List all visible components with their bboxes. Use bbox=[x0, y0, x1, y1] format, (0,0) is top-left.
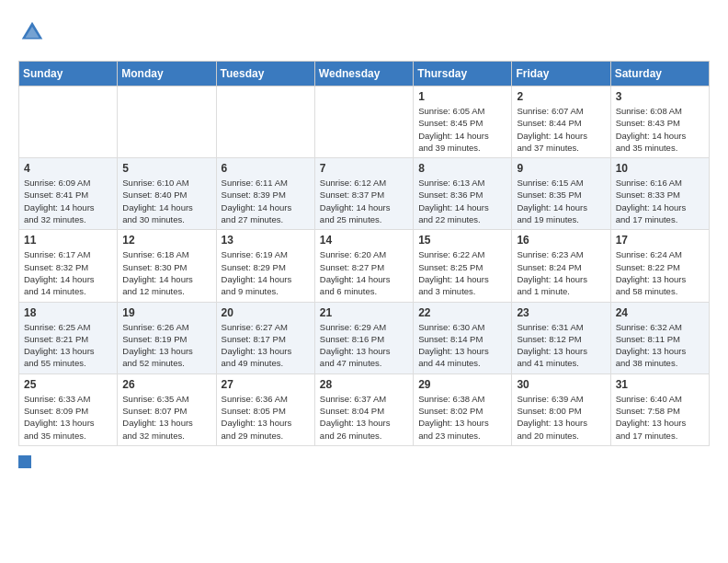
logo-icon bbox=[18, 18, 46, 46]
calendar-table: SundayMondayTuesdayWednesdayThursdayFrid… bbox=[18, 61, 710, 446]
calendar-cell: 21Sunrise: 6:29 AM Sunset: 8:16 PM Dayli… bbox=[314, 302, 413, 373]
logo bbox=[18, 18, 50, 46]
day-number: 26 bbox=[122, 378, 210, 391]
day-info: Sunrise: 6:38 AM Sunset: 8:02 PM Dayligh… bbox=[418, 393, 506, 442]
calendar-cell: 8Sunrise: 6:13 AM Sunset: 8:36 PM Daylig… bbox=[414, 158, 512, 230]
day-info: Sunrise: 6:16 AM Sunset: 8:33 PM Dayligh… bbox=[616, 177, 704, 225]
day-number: 20 bbox=[222, 306, 310, 319]
footer bbox=[18, 455, 710, 468]
day-number: 27 bbox=[222, 378, 310, 391]
day-number: 28 bbox=[320, 378, 408, 391]
day-info: Sunrise: 6:36 AM Sunset: 8:05 PM Dayligh… bbox=[222, 393, 310, 442]
calendar-day-header: Thursday bbox=[414, 62, 512, 86]
day-number: 19 bbox=[122, 306, 210, 319]
calendar-cell: 31Sunrise: 6:40 AM Sunset: 7:58 PM Dayli… bbox=[610, 373, 709, 445]
day-info: Sunrise: 6:07 AM Sunset: 8:44 PM Dayligh… bbox=[517, 105, 605, 154]
calendar-cell: 28Sunrise: 6:37 AM Sunset: 8:04 PM Dayli… bbox=[314, 373, 413, 445]
calendar-week-row: 4Sunrise: 6:09 AM Sunset: 8:41 PM Daylig… bbox=[19, 158, 710, 230]
day-info: Sunrise: 6:10 AM Sunset: 8:40 PM Dayligh… bbox=[122, 177, 210, 225]
calendar-cell: 4Sunrise: 6:09 AM Sunset: 8:41 PM Daylig… bbox=[19, 158, 118, 230]
day-number: 30 bbox=[517, 378, 605, 391]
day-number: 10 bbox=[616, 162, 704, 175]
calendar-cell: 22Sunrise: 6:30 AM Sunset: 8:14 PM Dayli… bbox=[414, 302, 512, 373]
calendar-cell: 12Sunrise: 6:18 AM Sunset: 8:30 PM Dayli… bbox=[118, 230, 216, 302]
calendar-cell: 10Sunrise: 6:16 AM Sunset: 8:33 PM Dayli… bbox=[610, 158, 709, 230]
day-number: 14 bbox=[320, 234, 408, 247]
day-info: Sunrise: 6:25 AM Sunset: 8:21 PM Dayligh… bbox=[24, 321, 112, 370]
day-number: 23 bbox=[517, 306, 605, 319]
day-number: 8 bbox=[418, 162, 506, 175]
calendar-cell: 5Sunrise: 6:10 AM Sunset: 8:40 PM Daylig… bbox=[118, 158, 216, 230]
day-number: 12 bbox=[122, 234, 210, 247]
day-info: Sunrise: 6:35 AM Sunset: 8:07 PM Dayligh… bbox=[122, 393, 210, 442]
calendar-cell: 11Sunrise: 6:17 AM Sunset: 8:32 PM Dayli… bbox=[19, 230, 118, 302]
calendar-header: SundayMondayTuesdayWednesdayThursdayFrid… bbox=[19, 62, 710, 86]
calendar-cell: 17Sunrise: 6:24 AM Sunset: 8:22 PM Dayli… bbox=[610, 230, 709, 302]
day-number: 5 bbox=[122, 162, 210, 175]
day-info: Sunrise: 6:39 AM Sunset: 8:00 PM Dayligh… bbox=[517, 393, 605, 442]
day-info: Sunrise: 6:24 AM Sunset: 8:22 PM Dayligh… bbox=[616, 248, 704, 297]
day-info: Sunrise: 6:13 AM Sunset: 8:36 PM Dayligh… bbox=[418, 177, 506, 225]
calendar-cell: 23Sunrise: 6:31 AM Sunset: 8:12 PM Dayli… bbox=[512, 302, 610, 373]
day-info: Sunrise: 6:33 AM Sunset: 8:09 PM Dayligh… bbox=[24, 393, 112, 442]
day-number: 17 bbox=[616, 234, 704, 247]
day-info: Sunrise: 6:09 AM Sunset: 8:41 PM Dayligh… bbox=[24, 177, 112, 225]
day-number: 21 bbox=[320, 306, 408, 319]
calendar-cell: 16Sunrise: 6:23 AM Sunset: 8:24 PM Dayli… bbox=[512, 230, 610, 302]
calendar-cell: 19Sunrise: 6:26 AM Sunset: 8:19 PM Dayli… bbox=[118, 302, 216, 373]
day-info: Sunrise: 6:22 AM Sunset: 8:25 PM Dayligh… bbox=[418, 248, 506, 297]
day-info: Sunrise: 6:11 AM Sunset: 8:39 PM Dayligh… bbox=[222, 177, 310, 225]
day-number: 16 bbox=[517, 234, 605, 247]
calendar-cell: 14Sunrise: 6:20 AM Sunset: 8:27 PM Dayli… bbox=[314, 230, 413, 302]
day-info: Sunrise: 6:29 AM Sunset: 8:16 PM Dayligh… bbox=[320, 321, 408, 370]
calendar-day-header: Wednesday bbox=[314, 62, 413, 86]
calendar-cell: 27Sunrise: 6:36 AM Sunset: 8:05 PM Dayli… bbox=[216, 373, 314, 445]
legend-box bbox=[18, 455, 31, 468]
day-info: Sunrise: 6:23 AM Sunset: 8:24 PM Dayligh… bbox=[517, 248, 605, 297]
day-number: 15 bbox=[418, 234, 506, 247]
day-info: Sunrise: 6:05 AM Sunset: 8:45 PM Dayligh… bbox=[418, 105, 506, 154]
day-info: Sunrise: 6:26 AM Sunset: 8:19 PM Dayligh… bbox=[122, 321, 210, 370]
calendar-cell: 26Sunrise: 6:35 AM Sunset: 8:07 PM Dayli… bbox=[118, 373, 216, 445]
day-info: Sunrise: 6:18 AM Sunset: 8:30 PM Dayligh… bbox=[122, 248, 210, 297]
calendar-cell bbox=[118, 86, 216, 158]
calendar-cell bbox=[19, 86, 118, 158]
day-number: 1 bbox=[418, 90, 506, 103]
calendar-cell: 18Sunrise: 6:25 AM Sunset: 8:21 PM Dayli… bbox=[19, 302, 118, 373]
day-number: 3 bbox=[616, 90, 704, 103]
day-number: 4 bbox=[24, 162, 112, 175]
day-number: 29 bbox=[418, 378, 506, 391]
day-info: Sunrise: 6:30 AM Sunset: 8:14 PM Dayligh… bbox=[418, 321, 506, 370]
day-number: 6 bbox=[222, 162, 310, 175]
day-number: 9 bbox=[517, 162, 605, 175]
day-info: Sunrise: 6:27 AM Sunset: 8:17 PM Dayligh… bbox=[222, 321, 310, 370]
day-info: Sunrise: 6:19 AM Sunset: 8:29 PM Dayligh… bbox=[222, 248, 310, 297]
calendar-body: 1Sunrise: 6:05 AM Sunset: 8:45 PM Daylig… bbox=[19, 86, 710, 446]
day-number: 2 bbox=[517, 90, 605, 103]
day-number: 25 bbox=[24, 378, 112, 391]
calendar-day-header: Saturday bbox=[610, 62, 709, 86]
day-number: 24 bbox=[616, 306, 704, 319]
day-info: Sunrise: 6:08 AM Sunset: 8:43 PM Dayligh… bbox=[616, 105, 704, 154]
day-info: Sunrise: 6:40 AM Sunset: 7:58 PM Dayligh… bbox=[616, 393, 704, 442]
calendar-day-header: Monday bbox=[118, 62, 216, 86]
calendar-week-row: 18Sunrise: 6:25 AM Sunset: 8:21 PM Dayli… bbox=[19, 302, 710, 373]
calendar-cell: 7Sunrise: 6:12 AM Sunset: 8:37 PM Daylig… bbox=[314, 158, 413, 230]
day-number: 7 bbox=[320, 162, 408, 175]
calendar-cell bbox=[314, 86, 413, 158]
day-info: Sunrise: 6:37 AM Sunset: 8:04 PM Dayligh… bbox=[320, 393, 408, 442]
calendar-day-header: Sunday bbox=[19, 62, 118, 86]
day-number: 18 bbox=[24, 306, 112, 319]
calendar-cell: 24Sunrise: 6:32 AM Sunset: 8:11 PM Dayli… bbox=[610, 302, 709, 373]
day-info: Sunrise: 6:17 AM Sunset: 8:32 PM Dayligh… bbox=[24, 248, 112, 297]
day-number: 11 bbox=[24, 234, 112, 247]
calendar-week-row: 1Sunrise: 6:05 AM Sunset: 8:45 PM Daylig… bbox=[19, 86, 710, 158]
calendar-cell: 15Sunrise: 6:22 AM Sunset: 8:25 PM Dayli… bbox=[414, 230, 512, 302]
calendar-week-row: 11Sunrise: 6:17 AM Sunset: 8:32 PM Dayli… bbox=[19, 230, 710, 302]
calendar-cell: 2Sunrise: 6:07 AM Sunset: 8:44 PM Daylig… bbox=[512, 86, 610, 158]
day-info: Sunrise: 6:32 AM Sunset: 8:11 PM Dayligh… bbox=[616, 321, 704, 370]
day-number: 31 bbox=[616, 378, 704, 391]
calendar-week-row: 25Sunrise: 6:33 AM Sunset: 8:09 PM Dayli… bbox=[19, 373, 710, 445]
day-info: Sunrise: 6:31 AM Sunset: 8:12 PM Dayligh… bbox=[517, 321, 605, 370]
calendar-day-header: Friday bbox=[512, 62, 610, 86]
